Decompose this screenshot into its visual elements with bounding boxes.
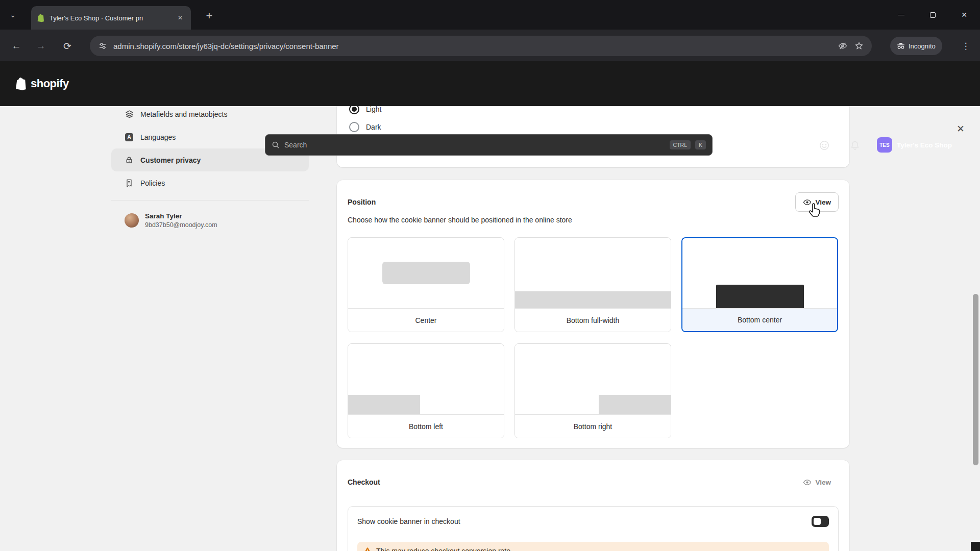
position-option-bottom-center[interactable]: Bottom center bbox=[681, 237, 838, 332]
search-icon bbox=[272, 141, 280, 149]
radio-dark[interactable] bbox=[349, 122, 359, 132]
window-maximize-button[interactable] bbox=[917, 0, 948, 30]
position-option-bottom-full-width[interactable]: Bottom full-width bbox=[514, 237, 671, 332]
checkout-banner-toggle[interactable] bbox=[812, 516, 829, 527]
bookmark-star-icon[interactable] bbox=[853, 40, 865, 52]
ctrl-keycap: CTRL bbox=[670, 140, 691, 149]
eye-icon bbox=[803, 478, 812, 487]
position-option-label: Bottom right bbox=[515, 415, 671, 438]
position-preview-bottom-center bbox=[682, 238, 837, 309]
position-card: Position View Choose how the cookie bann… bbox=[337, 180, 849, 448]
window-minimize-button[interactable] bbox=[885, 0, 917, 30]
sidebar-item-label: Policies bbox=[140, 179, 165, 187]
position-option-label: Bottom center bbox=[682, 309, 837, 331]
checkout-title: Checkout bbox=[348, 478, 380, 486]
position-preview-bottom-left bbox=[348, 344, 504, 415]
warning-triangle-icon bbox=[363, 546, 372, 551]
store-name: Tyler's Eco Shop bbox=[897, 141, 952, 149]
tab-close-icon[interactable]: ✕ bbox=[176, 13, 185, 22]
shopify-wordmark: shopify bbox=[31, 77, 69, 90]
shopify-logo[interactable]: shopify bbox=[15, 61, 69, 106]
policies-icon bbox=[125, 179, 134, 188]
address-bar[interactable]: admin.shopify.com/store/jy63jq-dc/settin… bbox=[90, 36, 872, 56]
browser-menu-icon[interactable]: ⋮ bbox=[958, 38, 974, 54]
checkout-warning-banner: This may reduce checkout conversion rate bbox=[357, 542, 829, 551]
back-button[interactable]: ← bbox=[8, 38, 24, 54]
position-option-bottom-right[interactable]: Bottom right bbox=[514, 343, 671, 438]
position-preview-bottom-full-width bbox=[515, 238, 671, 309]
shopify-favicon bbox=[37, 14, 45, 22]
position-option-label: Center bbox=[348, 309, 504, 332]
sidebar-item-policies[interactable]: Policies bbox=[111, 171, 309, 194]
sidebar-item-label: Metafields and metaobjects bbox=[140, 110, 227, 118]
sidebar-user[interactable]: Sarah Tyler 9bd37b50@moodjoy.com bbox=[111, 206, 309, 235]
store-avatar: TES bbox=[877, 137, 892, 153]
position-title: Position bbox=[348, 198, 376, 206]
sidebar-item-label: Customer privacy bbox=[140, 156, 201, 164]
position-options-grid: Center Bottom full-width Bottom center B… bbox=[348, 237, 839, 438]
position-option-center[interactable]: Center bbox=[348, 237, 504, 332]
user-name: Sarah Tyler bbox=[145, 212, 217, 220]
view-button-label: View bbox=[815, 198, 831, 206]
radio-label: Dark bbox=[366, 123, 381, 131]
position-option-label: Bottom left bbox=[348, 415, 504, 438]
checkout-settings-box: Show cookie banner in checkout This may … bbox=[348, 506, 839, 551]
settings-close-icon[interactable]: ✕ bbox=[953, 121, 968, 136]
view-button-label: View bbox=[815, 479, 831, 486]
incognito-icon bbox=[897, 42, 905, 49]
checkout-toggle-label: Show cookie banner in checkout bbox=[357, 517, 812, 525]
shopify-topbar: shopify Search CTRL K TES Tyler's Eco Sh… bbox=[0, 61, 980, 106]
radio-light[interactable] bbox=[349, 106, 359, 114]
position-description: Choose how the cookie banner should be p… bbox=[348, 216, 572, 224]
radio-label: Light bbox=[366, 106, 381, 113]
browser-tab[interactable]: Tyler's Eco Shop · Customer pri ✕ bbox=[31, 6, 191, 30]
sidebar-divider bbox=[111, 200, 309, 201]
sidekick-icon[interactable] bbox=[817, 138, 832, 153]
reload-button[interactable]: ⟳ bbox=[59, 38, 76, 54]
position-preview-bottom-right bbox=[515, 344, 671, 415]
checkout-toggle-row: Show cookie banner in checkout bbox=[348, 507, 838, 536]
eye-off-icon[interactable] bbox=[837, 40, 848, 52]
metafields-icon bbox=[125, 110, 134, 119]
position-option-label: Bottom full-width bbox=[515, 309, 671, 332]
incognito-label: Incognito bbox=[909, 42, 936, 50]
notifications-bell-icon[interactable] bbox=[847, 138, 863, 153]
browser-tabstrip: ⌄ Tyler's Eco Shop · Customer pri ✕ + ✕ bbox=[0, 0, 980, 30]
new-tab-button[interactable]: + bbox=[202, 9, 216, 23]
shopify-bag-icon bbox=[15, 77, 28, 91]
store-menu[interactable]: TES Tyler's Eco Shop bbox=[877, 136, 952, 154]
window-close-button[interactable]: ✕ bbox=[948, 0, 980, 30]
position-view-button[interactable]: View bbox=[795, 192, 839, 212]
checkout-view-button[interactable]: View bbox=[795, 472, 839, 492]
warning-text: This may reduce checkout conversion rate bbox=[376, 546, 510, 551]
forward-button[interactable]: → bbox=[33, 38, 49, 54]
url-text: admin.shopify.com/store/jy63jq-dc/settin… bbox=[113, 42, 832, 51]
incognito-badge: Incognito bbox=[890, 37, 942, 55]
user-email: 9bd37b50@moodjoy.com bbox=[145, 221, 217, 229]
search-bar[interactable]: Search CTRL K bbox=[265, 134, 713, 156]
lock-icon bbox=[125, 156, 134, 165]
sidebar-item-label: Languages bbox=[140, 133, 176, 141]
vertical-scrollbar-thumb[interactable] bbox=[973, 294, 978, 465]
user-avatar bbox=[125, 213, 139, 228]
languages-icon: A bbox=[125, 133, 134, 142]
tab-title: Tyler's Eco Shop · Customer pri bbox=[50, 14, 171, 22]
site-settings-icon[interactable] bbox=[97, 40, 108, 52]
position-option-bottom-left[interactable]: Bottom left bbox=[348, 343, 504, 438]
search-placeholder: Search bbox=[284, 141, 665, 149]
tab-search-button[interactable]: ⌄ bbox=[6, 8, 19, 21]
position-preview-center bbox=[348, 238, 504, 309]
eye-icon bbox=[803, 198, 812, 207]
k-keycap: K bbox=[695, 140, 706, 149]
scrollbar-corner bbox=[971, 542, 980, 551]
checkout-card: Checkout View Show cookie banner in chec… bbox=[337, 460, 849, 551]
